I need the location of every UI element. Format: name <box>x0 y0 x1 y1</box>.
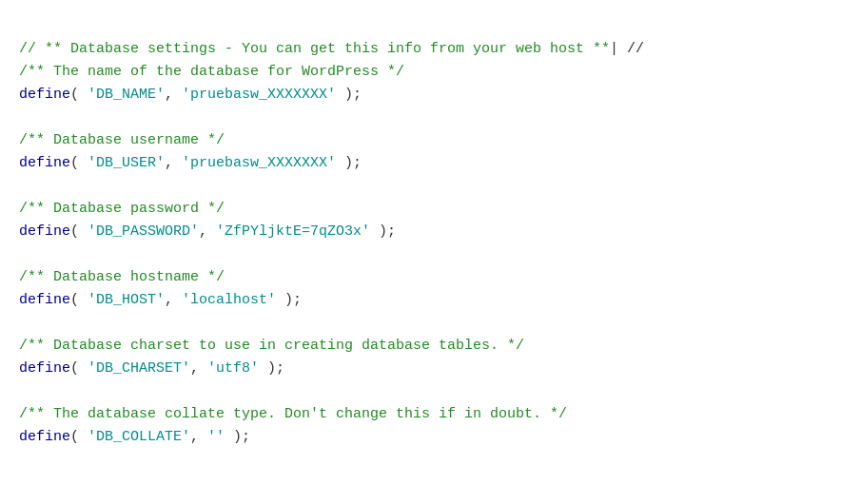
code-token-punctuation: ); <box>276 292 302 308</box>
code-token-punctuation: ( <box>70 87 88 103</box>
code-token-string: 'DB_HOST' <box>88 292 165 308</box>
code-token-string: 'pruebasw_XXXXXXX' <box>182 87 336 103</box>
code-token-comment: /** Database hostname */ <box>19 269 225 285</box>
code-token-string: 'DB_USER' <box>88 155 165 171</box>
code-token-comment: /** Database password */ <box>19 201 225 217</box>
code-token-punctuation: ); <box>259 360 284 377</box>
code-line: // ** Database settings - You can get th… <box>19 38 842 61</box>
code-line <box>19 243 842 266</box>
code-line: /** Database hostname */ <box>19 266 842 289</box>
code-token-keyword: define <box>19 155 70 171</box>
code-line: /** The name of the database for WordPre… <box>19 61 842 84</box>
code-line: /** Database charset to use in creating … <box>19 335 842 358</box>
code-line <box>19 175 842 198</box>
code-token-string: 'utf8' <box>207 360 259 377</box>
code-line: /** Database password */ <box>19 198 842 221</box>
code-editor: // ** Database settings - You can get th… <box>19 15 842 449</box>
code-token-string: '' <box>207 429 225 445</box>
code-line: /** The database collate type. Don't cha… <box>19 403 842 426</box>
code-token-string: 'localhost' <box>182 292 276 308</box>
code-line: define( 'DB_NAME', 'pruebasw_XXXXXXX' ); <box>19 84 842 107</box>
code-token-punctuation: ); <box>336 155 362 171</box>
code-token-punctuation: , <box>190 360 207 377</box>
code-token-comment: /** Database username */ <box>19 132 225 148</box>
code-token-punctuation: , <box>165 292 182 308</box>
code-token-punctuation: ( <box>70 155 88 171</box>
code-line: define( 'DB_COLLATE', '' ); <box>19 426 842 449</box>
code-token-punctuation: ); <box>370 223 396 240</box>
code-token-punctuation: ( <box>70 292 88 308</box>
code-token-punctuation: , <box>165 155 182 171</box>
code-line: define( 'DB_PASSWORD', 'ZfPYljktE=7qZO3x… <box>19 221 842 243</box>
code-token-comment: /** The name of the database for WordPre… <box>19 64 404 80</box>
code-line: /** Database username */ <box>19 129 842 152</box>
code-line: define( 'DB_USER', 'pruebasw_XXXXXXX' ); <box>19 152 842 175</box>
code-token-punctuation: ( <box>70 360 88 377</box>
code-line <box>19 380 842 403</box>
code-line: define( 'DB_HOST', 'localhost' ); <box>19 289 842 312</box>
code-token-string: 'ZfPYljktE=7qZO3x' <box>216 223 370 240</box>
code-line <box>19 107 842 129</box>
code-token-string: 'DB_COLLATE' <box>88 429 190 445</box>
code-token-punctuation: , <box>199 223 216 240</box>
code-token-keyword: define <box>19 292 70 308</box>
code-token-string: 'DB_NAME' <box>88 87 165 103</box>
code-token-punctuation: ); <box>336 87 362 103</box>
code-token-string: 'DB_CHARSET' <box>88 360 190 377</box>
code-line <box>19 312 842 335</box>
code-token-comment: /** Database charset to use in creating … <box>19 338 524 354</box>
code-token-punctuation: ( <box>70 429 88 445</box>
code-token-punctuation: , <box>190 429 207 445</box>
code-token-punctuation: ( <box>70 223 88 240</box>
code-token-string: 'DB_PASSWORD' <box>88 223 199 240</box>
code-token-string: 'pruebasw_XXXXXXX' <box>182 155 336 171</box>
code-token-punctuation: | // <box>610 41 644 57</box>
code-token-keyword: define <box>19 87 70 103</box>
code-token-keyword: define <box>19 223 70 240</box>
code-token-keyword: define <box>19 429 70 445</box>
code-token-punctuation: , <box>165 87 182 103</box>
code-token-comment: /** The database collate type. Don't cha… <box>19 406 567 422</box>
code-token-comment: // ** Database settings - You can get th… <box>19 41 610 57</box>
code-token-keyword: define <box>19 360 70 377</box>
code-token-punctuation: ); <box>225 429 250 445</box>
code-line: define( 'DB_CHARSET', 'utf8' ); <box>19 358 842 380</box>
